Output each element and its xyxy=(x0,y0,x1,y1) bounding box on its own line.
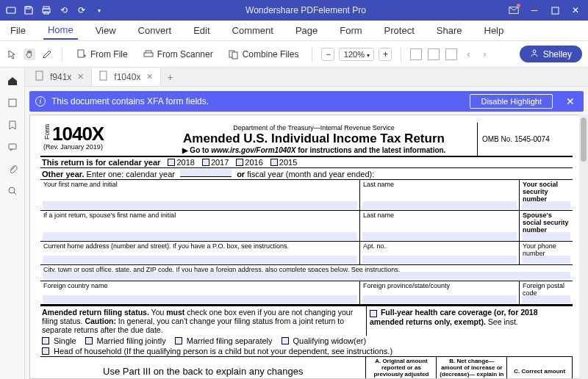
disable-highlight-button[interactable]: Disable Highlight xyxy=(470,94,553,109)
prev-arrow-icon[interactable]: ‹ xyxy=(463,49,473,59)
ssn-cell: Your social security number xyxy=(520,180,573,211)
banner-close-icon[interactable]: ✕ xyxy=(566,95,575,107)
menu-file[interactable]: File xyxy=(6,22,30,39)
calendar-year-field[interactable] xyxy=(180,169,232,177)
home-icon[interactable] xyxy=(7,75,18,87)
doc-tab-f941x[interactable]: f941x ✕ xyxy=(28,68,92,86)
menu-form[interactable]: Form xyxy=(335,22,366,39)
menu-share[interactable]: Share xyxy=(432,22,467,39)
form-revision: (Rev. January 2019) xyxy=(43,143,148,151)
omb-number: OMB No. 1545-0074 xyxy=(477,123,573,156)
foreign-province-field[interactable] xyxy=(362,295,517,303)
separator xyxy=(312,47,312,62)
mail-icon[interactable] xyxy=(509,5,519,15)
tab-label: f941x xyxy=(50,72,71,82)
foreign-province-cell: Foreign province/state/county xyxy=(359,281,519,305)
redo-icon[interactable]: ⟳ xyxy=(76,5,87,15)
view-continuous-icon[interactable] xyxy=(428,48,440,60)
dropdown-icon[interactable]: ▾ xyxy=(94,5,104,15)
filing-status-row: Single Married filing jointly Married fi… xyxy=(40,336,573,346)
status-hoh-checkbox[interactable] xyxy=(42,347,49,355)
hand-tool-icon[interactable] xyxy=(24,48,35,60)
menu-page[interactable]: Page xyxy=(291,22,322,39)
zoom-in-button[interactable]: + xyxy=(379,48,392,61)
svg-rect-12 xyxy=(9,99,16,107)
view-facing-icon[interactable] xyxy=(445,48,457,60)
document-tabs: f941x ✕ f1040x ✕ + xyxy=(25,68,588,87)
hoh-row: Head of household (If the qualifying per… xyxy=(40,346,573,356)
zoom-out-button[interactable]: − xyxy=(321,48,334,61)
status-mfs-checkbox[interactable] xyxy=(175,337,182,344)
from-scanner-button[interactable]: From Scanner xyxy=(138,46,218,63)
status-single-checkbox[interactable] xyxy=(42,337,49,344)
apt-field[interactable] xyxy=(362,256,517,264)
last-name-field[interactable] xyxy=(362,201,517,209)
foreign-postal-cell: Foreign postal code xyxy=(520,281,573,305)
doc-tab-f1040x[interactable]: f1040x ✕ xyxy=(92,68,161,86)
edit-tool-icon[interactable] xyxy=(41,48,53,60)
maximize-icon[interactable] xyxy=(550,5,560,15)
form-title: Amended U.S. Individual Income Tax Retur… xyxy=(154,131,474,146)
vertical-scrollbar[interactable] xyxy=(579,115,588,379)
scrollbar-thumb[interactable] xyxy=(581,118,587,162)
thumbnails-icon[interactable] xyxy=(7,97,18,109)
menu-help[interactable]: Help xyxy=(480,22,509,39)
save-icon[interactable] xyxy=(24,5,34,15)
menu-protect[interactable]: Protect xyxy=(380,22,419,39)
bookmarks-icon[interactable] xyxy=(7,119,18,131)
menu-view[interactable]: View xyxy=(91,22,121,39)
file-plus-icon xyxy=(76,48,87,60)
menu-bar: File Home View Convert Edit Comment Page… xyxy=(0,21,588,41)
search-icon[interactable] xyxy=(7,185,18,197)
year-checkbox-2017[interactable] xyxy=(202,159,209,166)
spouse-last-field[interactable] xyxy=(362,232,517,240)
attachments-icon[interactable] xyxy=(7,163,18,175)
undo-icon[interactable]: ⟲ xyxy=(59,5,69,15)
year-checkbox-2016[interactable] xyxy=(236,159,243,166)
city-field[interactable] xyxy=(43,272,570,280)
address-field[interactable] xyxy=(43,256,357,264)
spouse-first-cell: If a joint return, spouse's first name a… xyxy=(40,211,359,242)
tab-close-icon[interactable]: ✕ xyxy=(77,72,84,82)
year-checkbox-2018[interactable] xyxy=(168,159,175,166)
minimize-icon[interactable]: ─ xyxy=(529,5,539,15)
view-single-icon[interactable] xyxy=(410,48,422,60)
combine-files-button[interactable]: Combine Files xyxy=(223,46,304,63)
first-name-field[interactable] xyxy=(43,201,357,209)
zoom-value[interactable]: 120% ▾ xyxy=(339,48,374,61)
menu-edit[interactable]: Edit xyxy=(189,22,214,39)
foreign-country-field[interactable] xyxy=(43,295,357,303)
spouse-last-cell: Last name xyxy=(359,211,519,242)
phone-cell: Your phone number xyxy=(520,242,573,265)
user-name: Shelley xyxy=(543,49,572,59)
menu-comment[interactable]: Comment xyxy=(228,22,278,39)
close-icon[interactable]: ✕ xyxy=(570,5,581,15)
phone-field[interactable] xyxy=(522,256,570,264)
select-tool-icon[interactable] xyxy=(6,48,18,60)
user-pill[interactable]: Shelley xyxy=(520,46,582,62)
comments-icon[interactable] xyxy=(7,141,18,153)
document-viewport[interactable]: Form 1040X (Rev. January 2019) Departmen… xyxy=(25,115,588,379)
svg-rect-6 xyxy=(552,7,559,14)
menu-convert[interactable]: Convert xyxy=(134,22,176,39)
svg-rect-13 xyxy=(9,144,16,149)
year-checkbox-2015[interactable] xyxy=(270,159,278,166)
next-arrow-icon[interactable]: › xyxy=(479,49,490,59)
from-file-button[interactable]: From File xyxy=(71,46,132,63)
status-qw-checkbox[interactable] xyxy=(282,337,289,344)
tab-file-icon xyxy=(35,71,44,83)
add-tab-icon[interactable]: + xyxy=(167,71,173,83)
spouse-first-field[interactable] xyxy=(43,232,357,240)
svg-rect-10 xyxy=(232,52,237,59)
print-icon[interactable] xyxy=(41,5,51,15)
tab-close-icon[interactable]: ✕ xyxy=(146,72,153,82)
combine-icon xyxy=(228,48,240,60)
spouse-ssn-field[interactable] xyxy=(522,232,570,240)
foreign-postal-field[interactable] xyxy=(522,295,570,303)
ssn-field[interactable] xyxy=(522,201,570,209)
menu-home[interactable]: Home xyxy=(43,21,78,40)
status-mfj-checkbox[interactable] xyxy=(85,337,93,344)
health-checkbox[interactable] xyxy=(370,310,377,317)
app-title: Wondershare PDFelement Pro xyxy=(110,5,501,15)
svg-rect-8 xyxy=(144,53,153,57)
